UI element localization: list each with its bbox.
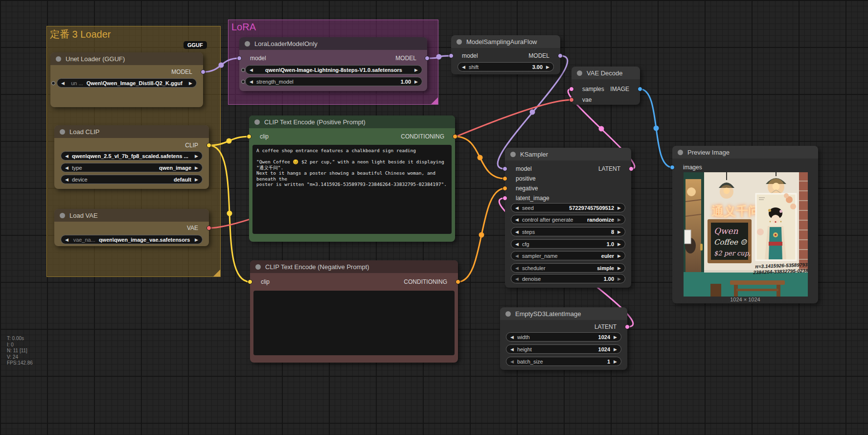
sampler-name-widget[interactable]: ◀ sampler_name euler ▶ <box>511 251 625 260</box>
next-arrow-icon[interactable]: ▶ <box>617 217 621 222</box>
collapse-dot[interactable] <box>510 152 516 157</box>
next-arrow-icon[interactable]: ▶ <box>614 359 617 364</box>
width-widget[interactable]: ◀ width 1024 ▶ <box>506 332 621 342</box>
collapse-dot[interactable] <box>60 129 65 135</box>
link-dot[interactable] <box>227 138 232 144</box>
collapse-dot[interactable] <box>505 311 511 317</box>
model-output-socket[interactable] <box>558 53 563 58</box>
link-dot[interactable] <box>479 232 484 238</box>
prev-arrow-icon[interactable]: ◀ <box>515 229 519 234</box>
prev-arrow-icon[interactable]: ◀ <box>515 266 519 271</box>
node-load-clip[interactable]: Load CLIP CLIP ◀ qwen\qwen_2.5_vl_7b_fp8… <box>54 125 209 189</box>
scheduler-widget[interactable]: ◀ scheduler simple ▶ <box>511 263 625 273</box>
link-dot[interactable] <box>654 126 659 131</box>
vae-input-socket[interactable] <box>569 97 574 102</box>
positive-input-socket[interactable] <box>503 176 507 181</box>
prev-arrow-icon[interactable]: ◀ <box>510 359 514 364</box>
clip-input-socket[interactable] <box>248 279 252 284</box>
negative-prompt-textarea[interactable] <box>253 291 455 355</box>
next-arrow-icon[interactable]: ▶ <box>617 242 621 247</box>
next-arrow-icon[interactable]: ▶ <box>195 165 198 170</box>
prev-arrow-icon[interactable]: ◀ <box>515 217 519 222</box>
control-after-generate-widget[interactable]: ◀ control after generate randomize ▶ <box>511 215 625 224</box>
collapse-dot[interactable] <box>254 119 260 125</box>
node-load-vae[interactable]: Load VAE VAE ◀ vae_na... qwen\qwen_image… <box>54 209 209 246</box>
negative-input-socket[interactable] <box>503 186 507 191</box>
node-unet-loader[interactable]: Unet Loader (GGUF) MODEL ◀ un ... Qwen\Q… <box>50 52 203 107</box>
conditioning-output-socket[interactable] <box>453 134 457 139</box>
conditioning-output-socket[interactable] <box>456 279 460 284</box>
prev-arrow-icon[interactable]: ◀ <box>65 165 69 170</box>
clip-input-socket[interactable] <box>247 134 251 139</box>
model-input-socket[interactable] <box>449 53 454 58</box>
prev-arrow-icon[interactable]: ◀ <box>462 65 465 69</box>
lora-name-widget[interactable]: ◀ qwen\Qwen-Image-Lightning-8steps-V1.0.… <box>245 65 422 74</box>
latent-output-socket[interactable] <box>629 166 634 171</box>
prev-arrow-icon[interactable]: ◀ <box>515 253 519 258</box>
collapse-dot[interactable] <box>255 264 261 270</box>
next-arrow-icon[interactable]: ▶ <box>617 276 621 281</box>
next-arrow-icon[interactable]: ▶ <box>195 154 198 159</box>
prev-arrow-icon[interactable]: ◀ <box>61 81 65 86</box>
denoise-widget[interactable]: ◀ denoise 1.00 ▶ <box>511 274 625 283</box>
node-graph-canvas[interactable]: 定番 3 Loader LoRA Unet Loader (GGUF) MODE… <box>0 0 868 435</box>
latent-output-socket[interactable] <box>625 324 630 329</box>
next-arrow-icon[interactable]: ▶ <box>614 335 617 340</box>
collapse-dot[interactable] <box>60 213 65 218</box>
node-vae-decode[interactable]: VAE Decode samples vae IMAGE <box>571 67 640 105</box>
node-clip-negative[interactable]: CLIP Text Encode (Negative Prompt) clip … <box>250 260 458 363</box>
next-arrow-icon[interactable]: ▶ <box>614 347 617 352</box>
images-input-socket[interactable] <box>670 165 675 170</box>
clip-device-widget[interactable]: ◀ device default ▶ <box>61 175 203 184</box>
next-arrow-icon[interactable]: ▶ <box>617 253 621 258</box>
next-arrow-icon[interactable]: ▶ <box>617 206 621 210</box>
model-input-socket[interactable] <box>237 56 242 61</box>
next-arrow-icon[interactable]: ▶ <box>414 79 418 84</box>
prev-arrow-icon[interactable]: ◀ <box>250 79 253 84</box>
prev-arrow-icon[interactable]: ◀ <box>65 177 69 182</box>
node-model-sampling-auraflow[interactable]: ModelSamplingAuraFlow model MODEL ◀ shif… <box>451 35 560 74</box>
prev-arrow-icon[interactable]: ◀ <box>515 242 519 247</box>
collapse-dot[interactable] <box>245 41 250 46</box>
converted-widget-input[interactable] <box>51 81 55 85</box>
unet-name-widget[interactable]: ◀ un ... Qwen\Qwen_Image_Distill-Q2_K.gg… <box>57 78 197 88</box>
next-arrow-icon[interactable]: ▶ <box>414 68 418 72</box>
prev-arrow-icon[interactable]: ◀ <box>510 347 514 352</box>
next-arrow-icon[interactable]: ▶ <box>189 81 192 86</box>
prev-arrow-icon[interactable]: ◀ <box>65 154 69 159</box>
steps-widget[interactable]: ◀ steps 8 ▶ <box>511 227 625 236</box>
next-arrow-icon[interactable]: ▶ <box>546 65 549 69</box>
node-clip-positive[interactable]: CLIP Text Encode (Positive Prompt) clip … <box>249 115 455 242</box>
model-output-socket[interactable] <box>425 56 430 61</box>
prev-arrow-icon[interactable]: ◀ <box>65 237 69 242</box>
strength-model-widget[interactable]: ◀ strength_model 1.00 ▶ <box>245 77 422 86</box>
link-dot[interactable] <box>530 110 535 115</box>
prev-arrow-icon[interactable]: ◀ <box>510 335 514 340</box>
prev-arrow-icon[interactable]: ◀ <box>515 276 519 281</box>
link-dot[interactable] <box>227 211 232 216</box>
link-dot[interactable] <box>599 126 604 132</box>
vae-name-widget[interactable]: ◀ vae_na... qwen\qwen_image_vae.safetens… <box>61 235 203 244</box>
next-arrow-icon[interactable]: ▶ <box>617 266 621 271</box>
positive-prompt-textarea[interactable]: A coffee shop entrance features a chalkb… <box>252 145 452 234</box>
image-output-socket[interactable] <box>638 87 642 92</box>
vae-output-socket[interactable] <box>206 226 211 230</box>
prev-arrow-icon[interactable]: ◀ <box>515 206 519 210</box>
clip-name-widget[interactable]: ◀ qwen\qwen_2.5_vl_7b_fp8_scaled.safeten… <box>61 151 203 160</box>
node-ksampler[interactable]: KSampler model positive negative latent_… <box>505 148 631 288</box>
clip-type-widget[interactable]: ◀ type qwen_image ▶ <box>61 163 203 172</box>
prev-arrow-icon[interactable]: ◀ <box>250 68 253 72</box>
height-widget[interactable]: ◀ height 1024 ▶ <box>506 344 621 354</box>
node-preview-image[interactable]: Preview Image images <box>672 146 818 303</box>
samples-input-socket[interactable] <box>569 87 574 92</box>
collapse-dot[interactable] <box>457 39 462 45</box>
clip-output-socket[interactable] <box>206 143 211 148</box>
collapse-dot[interactable] <box>678 150 683 155</box>
next-arrow-icon[interactable]: ▶ <box>195 237 198 242</box>
converted-widget-input[interactable] <box>241 68 245 72</box>
node-lora-loader[interactable]: LoraLoaderModelOnly model MODEL ◀ qwen\Q… <box>239 37 427 91</box>
latent-image-input-socket[interactable] <box>503 196 507 201</box>
model-output-socket[interactable] <box>201 69 206 74</box>
next-arrow-icon[interactable]: ▶ <box>617 229 621 234</box>
node-empty-sd3-latent[interactable]: EmptySD3LatentImage LATENT ◀ width 1024 … <box>500 307 627 370</box>
